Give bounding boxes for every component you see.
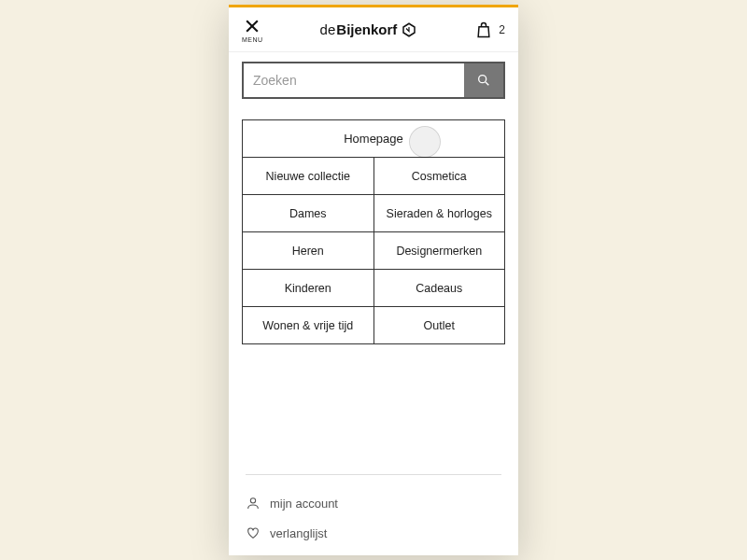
- search-row: [229, 52, 518, 112]
- shopping-bag-button[interactable]: 2: [474, 21, 505, 39]
- logo-main: Bijenkorf: [336, 21, 397, 37]
- svg-point-5: [250, 498, 255, 503]
- svg-point-3: [479, 76, 486, 83]
- category-cell[interactable]: Cadeaus: [374, 270, 505, 307]
- menu-button[interactable]: MENU: [242, 17, 263, 43]
- category-label: Heren: [292, 245, 324, 258]
- category-label: Nieuwe collectie: [266, 170, 350, 183]
- bag-count: 2: [499, 23, 505, 36]
- search-button[interactable]: [464, 63, 503, 97]
- footer: mijn account verlanglijst: [229, 467, 518, 555]
- category-label: Wonen & vrije tijd: [262, 319, 353, 332]
- category-cell[interactable]: Heren: [243, 232, 374, 270]
- category-label: Dames: [289, 207, 327, 220]
- wishlist-link[interactable]: verlanglijst: [246, 518, 501, 548]
- category-label: Sieraden & horloges: [387, 207, 492, 220]
- touch-indicator: [409, 126, 441, 158]
- spacer: [229, 344, 518, 467]
- category-grid: Homepage Nieuwe collectie Cosmetica Dame…: [242, 119, 505, 344]
- account-link[interactable]: mijn account: [246, 488, 501, 518]
- search-wrap: [242, 62, 505, 99]
- category-cell[interactable]: Wonen & vrije tijd: [243, 307, 374, 344]
- wishlist-label: verlanglijst: [270, 526, 327, 540]
- category-cell[interactable]: Sieraden & horloges: [374, 195, 505, 232]
- header: MENU deBijenkorf 2: [229, 7, 518, 52]
- category-cell[interactable]: Dames: [243, 195, 374, 232]
- category-label: Cosmetica: [412, 170, 467, 183]
- menu-label: MENU: [242, 36, 263, 43]
- logo-prefix: de: [320, 21, 336, 37]
- category-label: Designermerken: [396, 245, 482, 258]
- divider: [246, 474, 501, 475]
- category-cell[interactable]: Nieuwe collectie: [243, 158, 374, 195]
- logo-hex-icon: [401, 21, 417, 38]
- category-homepage-label: Homepage: [344, 132, 403, 146]
- app-frame: MENU deBijenkorf 2 Homepage Nieuwe colle…: [229, 5, 518, 555]
- heart-icon: [246, 525, 261, 540]
- svg-line-4: [486, 82, 488, 85]
- category-label: Cadeaus: [416, 282, 462, 295]
- logo[interactable]: deBijenkorf: [320, 21, 418, 38]
- category-label: Outlet: [424, 319, 455, 332]
- account-label: mijn account: [270, 497, 338, 511]
- close-icon: [243, 17, 261, 35]
- category-cell[interactable]: Designermerken: [374, 232, 505, 270]
- category-cell[interactable]: Kinderen: [243, 270, 374, 307]
- search-input[interactable]: [244, 63, 464, 97]
- search-icon: [476, 73, 491, 88]
- user-icon: [246, 496, 261, 511]
- category-cell[interactable]: Outlet: [374, 307, 505, 344]
- category-label: Kinderen: [285, 282, 331, 295]
- category-homepage[interactable]: Homepage: [243, 120, 504, 158]
- bag-icon: [474, 21, 493, 39]
- category-cell[interactable]: Cosmetica: [374, 158, 505, 195]
